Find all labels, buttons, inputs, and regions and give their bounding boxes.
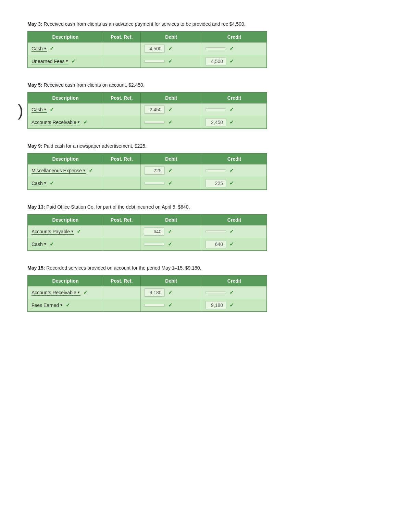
account-name: Cash — [32, 107, 43, 112]
dropdown-arrow-icon: ▼ — [77, 120, 80, 124]
section-may13: May 13: Paid Office Station Co. for part… — [27, 203, 384, 252]
credit-value-cell: 4,500 ✓ — [206, 57, 263, 65]
header-debit: Debit — [140, 275, 202, 286]
credit-value: 9,180 — [206, 301, 226, 309]
debit-check: ✓ — [168, 180, 173, 186]
credit-value-cell: 9,180 ✓ — [206, 301, 263, 309]
debit-cell: 9,180 ✓ — [140, 286, 202, 299]
section-may3: May 3: Received cash from clients as an … — [27, 21, 384, 69]
description-check: ✓ — [50, 241, 54, 247]
header-debit: Debit — [140, 92, 202, 103]
journal-table-may3: DescriptionPost. Ref.DebitCredit Cash ▼ … — [27, 31, 267, 68]
account-dropdown[interactable]: Accounts Receivable ▼ — [32, 290, 80, 296]
account-dropdown[interactable]: Cash ▼ — [32, 181, 47, 186]
debit-value-cell: 2,450 ✓ — [144, 106, 199, 114]
credit-check: ✓ — [229, 107, 234, 113]
table-row: Fees Earned ▼ ✓ ✓ 9,180 ✓ — [28, 299, 267, 312]
account-dropdown[interactable]: Cash ▼ — [32, 107, 47, 113]
desc-content: Unearned Fees ▼ ✓ — [32, 58, 99, 64]
debit-value-cell: 9,180 ✓ — [144, 288, 199, 297]
credit-cell: 4,500 ✓ — [202, 55, 267, 68]
credit-cell: 225 ✓ — [202, 177, 267, 190]
credit-check: ✓ — [229, 228, 234, 235]
section-may9: May 9: Paid cash for a newspaper adverti… — [27, 143, 384, 191]
account-dropdown[interactable]: Accounts Payable ▼ — [32, 229, 74, 235]
debit-cell: ✓ — [140, 177, 202, 190]
header-description: Description — [28, 153, 103, 164]
credit-empty-cell: ✓ — [206, 46, 263, 52]
debit-cell: 2,450 ✓ — [140, 103, 202, 116]
credit-empty — [206, 230, 226, 233]
account-dropdown[interactable]: Fees Earned ▼ — [32, 302, 63, 308]
account-name: Accounts Receivable — [32, 290, 76, 295]
header-debit: Debit — [140, 32, 202, 42]
journal-table-may15: DescriptionPost. Ref.DebitCredit Account… — [27, 275, 267, 312]
credit-empty — [206, 47, 226, 50]
debit-empty — [144, 243, 164, 246]
credit-empty-cell: ✓ — [206, 107, 263, 113]
debit-cell: ✓ — [140, 299, 202, 312]
table-row: Miscellaneous Expense ▼ ✓ 225 ✓ ✓ — [28, 164, 267, 177]
debit-empty — [144, 182, 165, 185]
debit-check: ✓ — [168, 289, 173, 296]
post-ref-cell — [103, 164, 140, 177]
debit-empty-cell: ✓ — [144, 180, 198, 186]
description-check: ✓ — [77, 228, 81, 235]
credit-value: 2,450 — [206, 118, 226, 126]
description-cell: Cash ▼ ✓ — [28, 177, 103, 190]
debit-check: ✓ — [168, 241, 172, 247]
credit-value: 640 — [206, 240, 226, 248]
header-description: Description — [28, 32, 103, 42]
debit-empty — [144, 60, 165, 63]
credit-value-cell: 225 ✓ — [206, 179, 263, 187]
account-dropdown[interactable]: Miscellaneous Expense ▼ — [32, 168, 86, 174]
account-dropdown[interactable]: Unearned Fees ▼ — [32, 59, 68, 64]
table-row: Cash ▼ ✓ ✓ 640 ✓ — [28, 238, 267, 251]
desc-content: Accounts Receivable ▼ ✓ — [32, 289, 99, 296]
journal-table-may9: DescriptionPost. Ref.DebitCredit Miscell… — [27, 153, 267, 190]
bracket-symbol: ) — [18, 102, 23, 119]
post-ref-cell — [103, 55, 140, 68]
debit-value: 225 — [144, 166, 165, 175]
description-check: ✓ — [50, 180, 54, 186]
header-post_ref: Post. Ref. — [103, 153, 140, 164]
debit-empty — [144, 121, 165, 124]
credit-empty — [206, 291, 226, 294]
description-cell: Cash ▼ ✓ — [28, 238, 103, 251]
credit-check: ✓ — [229, 46, 234, 52]
debit-check: ✓ — [168, 228, 172, 235]
post-ref-cell — [103, 299, 140, 312]
debit-check: ✓ — [168, 46, 173, 52]
account-dropdown[interactable]: Cash ▼ — [32, 242, 47, 247]
desc-content: Cash ▼ ✓ — [32, 180, 99, 186]
credit-cell: ✓ — [202, 164, 267, 177]
account-dropdown[interactable]: Accounts Receivable ▼ — [32, 120, 80, 125]
credit-cell: ✓ — [202, 42, 267, 55]
account-name: Fees Earned — [32, 302, 59, 308]
table-row: Cash ▼ ✓ ✓ 225 ✓ — [28, 177, 267, 190]
description-cell: Accounts Receivable ▼ ✓ — [28, 286, 103, 299]
credit-empty-cell: ✓ — [206, 289, 263, 296]
debit-value: 9,180 — [144, 288, 165, 297]
credit-value-cell: 2,450 ✓ — [206, 118, 263, 126]
dropdown-arrow-icon: ▼ — [77, 290, 80, 294]
header-description: Description — [28, 214, 103, 225]
credit-check: ✓ — [229, 58, 234, 64]
account-name: Unearned Fees — [32, 59, 65, 64]
debit-value: 640 — [144, 227, 164, 236]
post-ref-cell — [103, 103, 140, 116]
debit-empty-cell: ✓ — [144, 302, 199, 308]
debit-value-cell: 225 ✓ — [144, 166, 198, 175]
credit-cell: 2,450 ✓ — [202, 116, 267, 129]
credit-value-cell: 640 ✓ — [206, 240, 263, 248]
debit-value: 4,500 — [144, 45, 165, 53]
credit-check: ✓ — [229, 302, 234, 308]
credit-empty — [206, 108, 226, 111]
description-check: ✓ — [89, 168, 93, 174]
account-dropdown[interactable]: Cash ▼ — [32, 46, 47, 52]
credit-cell: 640 ✓ — [202, 238, 267, 251]
account-name: Accounts Payable — [32, 229, 70, 234]
table-row: Accounts Receivable ▼ ✓ 9,180 ✓ ✓ — [28, 286, 267, 299]
desc-content: Cash ▼ ✓ — [32, 107, 99, 113]
journal-table-may13: DescriptionPost. Ref.DebitCredit Account… — [27, 214, 267, 251]
